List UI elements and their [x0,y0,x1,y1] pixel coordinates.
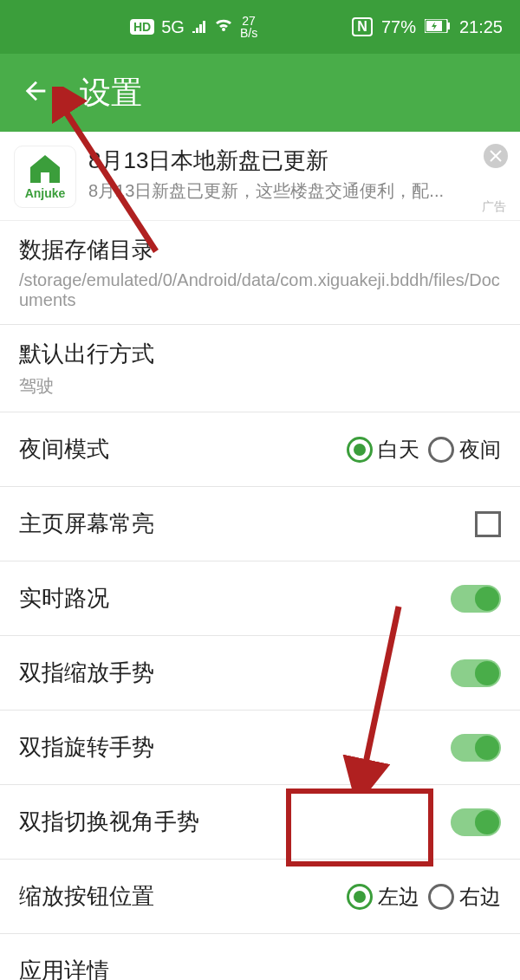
zoompos-option-right[interactable]: 右边 [428,883,501,911]
tilt-label: 双指切换视角手势 [19,807,199,837]
battery-icon [425,17,451,37]
wifi-icon [214,17,233,37]
row-realtime-traffic[interactable]: 实时路况 [0,561,520,636]
traffic-label: 实时路况 [19,583,109,613]
ad-title: 8月13日本地新盘已更新 [88,146,506,176]
speed-indicator: 27 B/s [240,15,257,39]
svg-rect-1 [447,23,450,29]
row-travel-mode[interactable]: 默认出行方式 驾驶 [0,325,520,412]
pinch-switch[interactable] [451,659,501,687]
night-radio-group: 白天 夜间 [347,436,501,464]
back-button[interactable] [21,76,50,109]
radio-icon [347,437,373,463]
zoompos-label: 缩放按钮位置 [19,881,154,912]
clock: 21:25 [459,17,503,37]
night-label: 夜间模式 [19,434,109,464]
ad-banner[interactable]: Anjuke 8月13日本地新盘已更新 8月13日新盘已更新，这些楼盘交通便利，… [0,132,520,221]
pinch-label: 双指缩放手势 [19,658,154,688]
radio-icon [428,884,454,910]
nfc-icon: N [352,17,373,36]
travel-value: 驾驶 [19,374,501,398]
travel-label: 默认出行方式 [19,339,501,369]
rotate-switch[interactable] [451,734,501,762]
ad-tag: 广告 [482,199,506,215]
radio-icon [347,884,373,910]
row-night-mode: 夜间模式 白天 夜间 [0,412,520,487]
night-option-day[interactable]: 白天 [347,436,419,464]
ad-app-icon: Anjuke [14,146,76,208]
ad-close-button[interactable] [484,144,508,168]
page-title: 设置 [80,72,142,114]
row-zoom-button-position: 缩放按钮位置 左边 右边 [0,860,520,934]
night-option-night[interactable]: 夜间 [428,436,501,464]
rotate-label: 双指旋转手势 [19,732,154,763]
app-header: 设置 [0,54,520,132]
keepon-label: 主页屏幕常亮 [19,509,154,539]
tilt-switch[interactable] [451,808,501,836]
zoompos-radio-group: 左边 右边 [347,883,501,911]
ad-app-label: Anjuke [25,186,66,200]
traffic-switch[interactable] [451,585,501,613]
keepon-checkbox[interactable] [475,511,501,537]
ad-subtitle: 8月13日新盘已更新，这些楼盘交通便利，配... [88,179,506,203]
radio-icon [428,437,454,463]
row-pinch-zoom[interactable]: 双指缩放手势 [0,636,520,711]
row-keep-screen-on[interactable]: 主页屏幕常亮 [0,487,520,561]
signal-icon [192,17,207,37]
status-bar: HD 5G 27 B/s N 77% 21:25 [0,0,520,54]
hd-badge: HD [130,19,154,35]
ad-text: 8月13日本地新盘已更新 8月13日新盘已更新，这些楼盘交通便利，配... [88,146,506,203]
row-storage-dir[interactable]: 数据存储目录 /storage/emulated/0/Android/data/… [0,221,520,325]
status-right: N 77% 21:25 [352,17,503,37]
storage-path: /storage/emulated/0/Android/data/com.xig… [19,270,501,310]
zoompos-option-left[interactable]: 左边 [347,883,419,911]
network-type: 5G [161,17,185,37]
settings-list: 数据存储目录 /storage/emulated/0/Android/data/… [0,221,520,980]
row-tilt-gesture[interactable]: 双指切换视角手势 [0,785,520,860]
appdetail-label: 应用详情 [19,956,109,980]
status-left: HD 5G 27 B/s [130,15,257,39]
storage-label: 数据存储目录 [19,235,501,265]
row-app-details[interactable]: 应用详情 [0,934,520,980]
row-rotate-gesture[interactable]: 双指旋转手势 [0,711,520,785]
battery-percent: 77% [381,17,416,37]
